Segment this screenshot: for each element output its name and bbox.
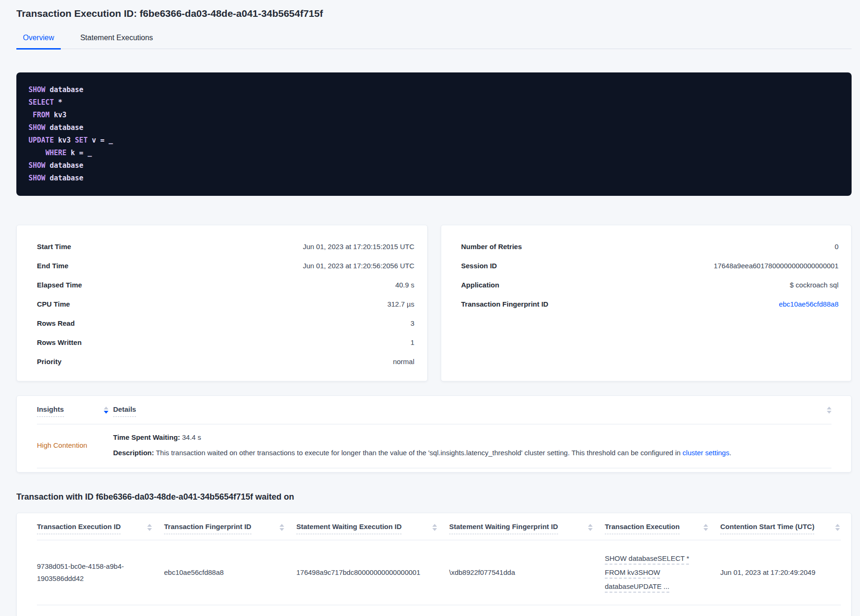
sort-icon[interactable] — [588, 523, 593, 531]
insight-description-line: Description: This transaction waited on … — [113, 448, 831, 458]
sql-text: * — [54, 98, 62, 107]
row-value: 17648a9eea6017800000000000000001 — [714, 262, 838, 270]
sort-up-icon — [280, 524, 284, 527]
waiting-label: Time Spent Waiting: — [113, 433, 180, 441]
details-column-header: Details — [113, 405, 831, 417]
details-column-label[interactable]: Details — [113, 405, 136, 417]
summary-row: Prioritynormal — [37, 352, 415, 371]
sql-text: database — [45, 174, 83, 182]
transaction-details-page: Transaction Execution ID: f6be6366-da03-… — [0, 0, 860, 616]
column-label[interactable]: Statement Waiting Fingerprint ID — [449, 523, 558, 534]
row-label: Number of Retries — [461, 243, 522, 251]
sql-keyword: SHOW — [29, 161, 45, 170]
sort-up-icon — [432, 524, 437, 527]
cluster-settings-link[interactable]: cluster settings — [682, 449, 729, 457]
sql-statements-box: SHOW database SELECT * FROM kv3 SHOW dat… — [16, 72, 852, 196]
sort-icon[interactable] — [827, 405, 831, 414]
sort-icon[interactable] — [432, 523, 437, 531]
summary-row: Number of Retries0 — [461, 237, 839, 256]
row-value: 0 — [835, 243, 838, 251]
tab-overview[interactable]: Overview — [16, 34, 61, 50]
sql-text: database — [45, 161, 83, 170]
sort-icon[interactable] — [703, 523, 708, 531]
sort-down-icon — [432, 528, 437, 531]
summary-row: End TimeJun 01, 2023 at 17:20:56:2056 UT… — [37, 256, 415, 275]
row-value: 3 — [410, 319, 414, 327]
sort-up-icon — [703, 524, 708, 527]
statement-waiting-execution-id-cell: 176498a9c717bdc80000000000000001 — [296, 566, 449, 579]
insights-column-header: Insights — [37, 405, 113, 417]
sort-down-icon — [827, 411, 831, 414]
sql-line: SHOW database — [29, 172, 839, 185]
sql-line: SHOW database — [29, 122, 839, 134]
row-label: Application — [461, 281, 500, 289]
sort-down-icon — [588, 528, 593, 531]
column-header: Contention Start Time (UTC) — [720, 523, 841, 534]
column-label[interactable]: Transaction Execution — [605, 523, 680, 534]
waiting-value: 34.4 s — [180, 433, 201, 441]
sql-text — [29, 149, 45, 157]
column-label[interactable]: Transaction Execution ID — [37, 523, 121, 534]
sort-up-icon — [827, 407, 831, 409]
row-label: Priority — [37, 358, 62, 365]
sql-text: v = _ — [87, 136, 113, 144]
column-header: Transaction Fingerprint ID — [164, 523, 296, 534]
insight-row: High Contention Time Spent Waiting: 34.4… — [37, 424, 831, 468]
row-value: normal — [393, 358, 415, 365]
column-label[interactable]: Contention Start Time (UTC) — [720, 523, 814, 534]
row-label: Transaction Fingerprint ID — [461, 300, 549, 308]
sort-down-icon — [703, 528, 708, 531]
sort-down-icon — [147, 528, 152, 531]
row-value: Jun 01, 2023 at 17:20:15:2015 UTC — [303, 243, 415, 251]
column-header: Transaction Execution — [605, 523, 720, 534]
column-header: Statement Waiting Execution ID — [296, 523, 449, 534]
summary-row: Elapsed Time40.9 s — [37, 275, 415, 294]
transaction-execution-cell: SHOW databaseSELECT * FROM kv3SHOW datab… — [605, 552, 720, 594]
transaction-fingerprint-id-cell: ebc10ae56cfd88a8 — [164, 566, 296, 579]
sql-line: SHOW database — [29, 159, 839, 172]
sql-text: database — [45, 86, 83, 94]
summary-row: CPU Time312.7 µs — [37, 294, 415, 314]
summary-cards: Start TimeJun 01, 2023 at 17:20:15:2015 … — [16, 225, 852, 381]
sort-down-icon — [104, 411, 108, 414]
column-label[interactable]: Transaction Fingerprint ID — [164, 523, 251, 534]
sql-text: kv3 — [50, 111, 66, 119]
summary-row: Application$ cockroach sql — [461, 275, 839, 294]
column-header: Transaction Execution ID — [37, 523, 164, 534]
insights-table: Insights Details High Contention Time Sp… — [16, 395, 852, 473]
sort-icon[interactable] — [835, 523, 840, 531]
column-label[interactable]: Statement Waiting Execution ID — [296, 523, 401, 534]
transaction-fingerprint-link[interactable]: ebc10ae56cfd88a8 — [779, 300, 838, 308]
summary-row: Start TimeJun 01, 2023 at 17:20:15:2015 … — [37, 237, 415, 256]
insights-table-header: Insights Details — [37, 405, 831, 424]
sort-icon[interactable] — [104, 405, 108, 414]
summary-row: Rows Written1 — [37, 333, 415, 352]
row-label: CPU Time — [37, 300, 70, 308]
sql-line: FROM kv3 — [29, 109, 839, 122]
row-label: End Time — [37, 262, 68, 270]
execution-summary-card: Start TimeJun 01, 2023 at 17:20:15:2015 … — [16, 225, 428, 381]
row-value: 40.9 s — [395, 281, 415, 289]
sql-keyword: SELECT — [29, 98, 54, 107]
sql-keyword: UPDATE — [29, 136, 54, 144]
page-title: Transaction Execution ID: f6be6366-da03-… — [16, 0, 852, 19]
insights-column-label[interactable]: Insights — [37, 405, 64, 417]
row-value: Jun 01, 2023 at 17:20:56:2056 UTC — [303, 262, 415, 270]
transaction-execution-link[interactable]: SHOW databaseSELECT * FROM kv3SHOW datab… — [605, 552, 690, 594]
sort-up-icon — [147, 524, 152, 527]
row-label: Session ID — [461, 262, 497, 270]
row-label: Start Time — [37, 243, 71, 251]
sql-line: SELECT * — [29, 96, 839, 109]
row-value: 1 — [410, 338, 414, 346]
contention-start-time-cell: Jun 01, 2023 at 17:20:49:2049 — [720, 566, 841, 579]
sql-keyword: WHERE — [45, 149, 66, 157]
sort-icon[interactable] — [280, 523, 284, 531]
sort-icon[interactable] — [147, 523, 152, 531]
sql-line: UPDATE kv3 SET v = _ — [29, 134, 839, 147]
session-summary-card: Number of Retries0 Session ID17648a9eea6… — [441, 225, 852, 381]
insight-type-badge: High Contention — [37, 441, 113, 449]
waited-on-table: Transaction Execution ID Transaction Fin… — [16, 513, 852, 616]
tab-statement-executions[interactable]: Statement Executions — [74, 34, 160, 50]
sql-keyword: SET — [75, 136, 87, 144]
description-suffix: . — [729, 449, 731, 457]
